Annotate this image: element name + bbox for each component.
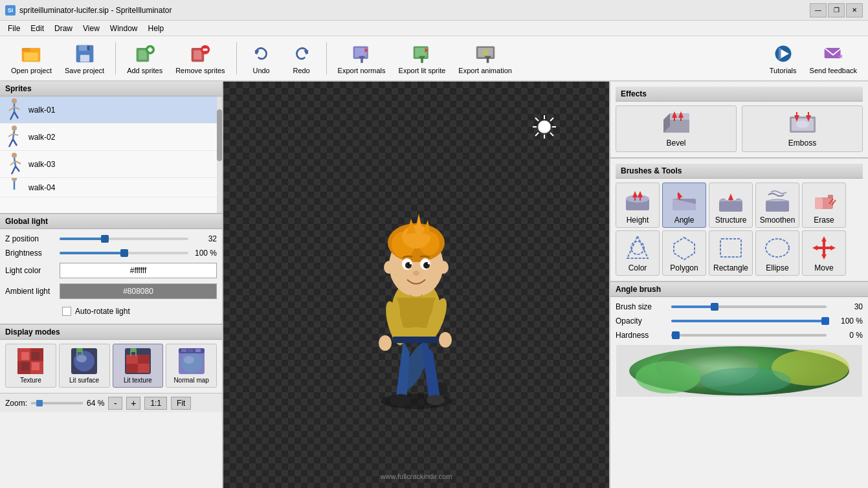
- svg-rect-88: [195, 349, 201, 352]
- tutorials-button[interactable]: Tutorials: [764, 39, 803, 78]
- display-mode-normal-map[interactable]: Normal map: [166, 344, 217, 388]
- z-position-label: Z position: [5, 234, 57, 243]
- canvas-content[interactable]: www.fullcrackindir.com: [223, 82, 609, 488]
- redo-button[interactable]: Redo: [282, 39, 321, 78]
- svg-rect-64: [32, 352, 39, 360]
- angle-brush-section: Angle brush Brush size 30 Opacity 100 %: [610, 282, 868, 402]
- angle-brush-header: Angle brush: [610, 282, 868, 297]
- sprite-name-walk04: walk-04: [28, 183, 55, 192]
- brush-color-button[interactable]: Color: [616, 230, 660, 276]
- menu-edit[interactable]: Edit: [25, 23, 49, 34]
- sprites-scrollbar[interactable]: [217, 96, 222, 213]
- svg-rect-156: [730, 195, 731, 201]
- svg-marker-165: [674, 238, 695, 260]
- auto-rotate-label: Auto-rotate light: [75, 307, 130, 316]
- brush-structure-button[interactable]: Structure: [709, 183, 753, 228]
- brush-move-button[interactable]: Move: [802, 230, 846, 276]
- light-color-input[interactable]: #ffffff: [60, 263, 217, 278]
- display-mode-texture-label: Texture: [20, 377, 41, 384]
- angle-icon: [670, 186, 698, 214]
- erase-label: Erase: [814, 216, 834, 225]
- zoom-plus-button[interactable]: +: [126, 397, 140, 410]
- character-display: [345, 149, 487, 421]
- brush-height-button[interactable]: Height: [616, 183, 660, 228]
- bevel-button[interactable]: Bevel: [616, 105, 737, 152]
- display-mode-lit-surface[interactable]: Lit surface: [59, 344, 110, 388]
- undo-icon: [250, 42, 273, 65]
- menu-help[interactable]: Help: [143, 23, 170, 34]
- menu-bar: File Edit Draw View Window Help: [0, 21, 868, 36]
- svg-rect-86: [181, 349, 186, 352]
- close-button[interactable]: ✕: [846, 3, 863, 17]
- remove-sprites-button[interactable]: Remove sprites: [170, 39, 230, 78]
- color-label: Color: [629, 263, 647, 272]
- display-mode-texture[interactable]: Texture: [5, 344, 56, 388]
- export-normals-button[interactable]: Export normals: [332, 39, 392, 78]
- svg-point-84: [184, 356, 194, 364]
- svg-point-129: [427, 395, 445, 405]
- svg-rect-63: [21, 352, 29, 360]
- brightness-slider[interactable]: [60, 252, 188, 254]
- send-feedback-button[interactable]: Send feedback: [804, 39, 863, 78]
- brush-ellipse-button[interactable]: Ellipse: [755, 230, 799, 276]
- angle-label: Angle: [674, 216, 695, 225]
- hardness-slider[interactable]: [671, 334, 827, 337]
- brush-erase-button[interactable]: Erase: [802, 183, 846, 228]
- display-mode-lit-texture[interactable]: Lit texture: [113, 344, 164, 388]
- auto-rotate-checkbox[interactable]: [62, 307, 71, 316]
- brush-polygon-button[interactable]: Polygon: [662, 230, 706, 276]
- svg-line-53: [16, 161, 21, 164]
- menu-draw[interactable]: Draw: [49, 23, 78, 34]
- sprite-name-walk02: walk-02: [28, 133, 55, 142]
- svg-line-54: [12, 166, 16, 174]
- sprite-thumb-walk03: [5, 153, 23, 175]
- emboss-label: Emboss: [788, 139, 816, 148]
- svg-rect-157: [766, 201, 789, 212]
- sprite-item-walk02[interactable]: walk-02: [0, 124, 222, 151]
- zoom-ratio-button[interactable]: 1:1: [144, 397, 167, 410]
- ambient-light-input[interactable]: #808080: [60, 283, 217, 299]
- restore-button[interactable]: ❐: [828, 3, 845, 17]
- smoothen-icon: [763, 186, 792, 214]
- add-sprites-icon: [133, 42, 157, 65]
- brush-smoothen-button[interactable]: Smoothen: [755, 183, 799, 228]
- svg-rect-6: [87, 46, 89, 50]
- svg-rect-32: [486, 60, 489, 63]
- sprite-item-walk04[interactable]: walk-04: [0, 178, 222, 197]
- open-project-button[interactable]: Open project: [5, 39, 58, 78]
- brushes-tools-header: Brushes & Tools: [616, 164, 863, 179]
- add-sprites-button[interactable]: Add sprites: [121, 39, 168, 78]
- sprite-item-walk03[interactable]: walk-03: [0, 151, 222, 178]
- opacity-slider[interactable]: [671, 320, 827, 322]
- svg-line-46: [8, 134, 13, 137]
- brush-rectangle-button[interactable]: Rectangle: [709, 230, 753, 276]
- svg-point-125: [384, 261, 394, 274]
- svg-point-30: [482, 50, 488, 56]
- svg-marker-171: [830, 245, 836, 250]
- brush-angle-button[interactable]: Angle: [662, 183, 706, 228]
- brightness-row: Brightness 100 %: [5, 249, 217, 258]
- export-animation-button[interactable]: Export animation: [452, 39, 518, 78]
- zoom-slider[interactable]: [31, 402, 83, 405]
- normal-map-preview: [616, 345, 863, 397]
- zoom-slider-thumb[interactable]: [36, 400, 43, 406]
- menu-file[interactable]: File: [3, 23, 25, 34]
- brightness-value: 100 %: [191, 249, 217, 258]
- zoom-minus-button[interactable]: -: [108, 397, 122, 410]
- menu-view[interactable]: View: [78, 23, 105, 34]
- export-lit-sprite-button[interactable]: Export lit sprite: [393, 39, 452, 78]
- minimize-button[interactable]: —: [810, 3, 827, 17]
- sprite-item-walk01[interactable]: walk-01: [0, 96, 222, 124]
- sprites-scrollbar-thumb[interactable]: [217, 109, 222, 161]
- z-position-slider[interactable]: [60, 238, 188, 240]
- brush-size-slider[interactable]: [671, 305, 827, 308]
- title-bar: SI spriteilluminator-lucifer.sip - Sprit…: [0, 0, 868, 21]
- save-project-button[interactable]: Save project: [59, 39, 110, 78]
- redo-icon: [290, 42, 313, 65]
- effects-section: Effects: [610, 82, 868, 159]
- emboss-button[interactable]: Emboss: [742, 105, 863, 152]
- zoom-fit-button[interactable]: Fit: [171, 397, 191, 410]
- undo-button[interactable]: Undo: [242, 39, 281, 78]
- save-project-icon: [73, 42, 96, 65]
- menu-window[interactable]: Window: [105, 23, 143, 34]
